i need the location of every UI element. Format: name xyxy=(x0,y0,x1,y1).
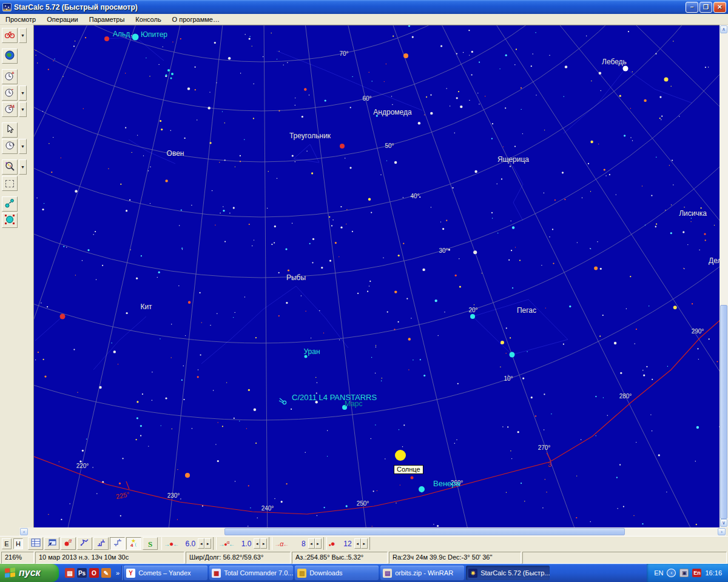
time-24h-dropdown[interactable]: ▼ xyxy=(19,102,27,117)
close-button[interactable]: ✕ xyxy=(713,2,726,13)
clock-plus-icon: + xyxy=(4,70,15,84)
magnitude-limit-decrement-button[interactable]: ◄ xyxy=(354,538,361,549)
sky-label: 250° xyxy=(357,500,369,507)
mail-icon[interactable]: ▤ xyxy=(65,568,75,578)
star-colors-button[interactable]: ★4 xyxy=(126,537,141,550)
label-scale-increment-button[interactable]: ► xyxy=(260,538,267,549)
menu-item-3[interactable]: Консоль xyxy=(130,15,166,24)
minimize-button[interactable]: – xyxy=(686,2,698,13)
pleiades xyxy=(167,69,170,72)
observer-location-button[interactable] xyxy=(2,28,18,43)
sky-label: 225° xyxy=(115,490,130,500)
star-map[interactable]: АльдЮпитерЛебедь70°60°АндромедаТреугольн… xyxy=(33,25,720,527)
star-labels-button[interactable]: α xyxy=(61,537,76,550)
photoshop-icon[interactable]: Ps xyxy=(77,568,87,578)
star-size-decrement-button[interactable]: ◄ xyxy=(198,538,204,549)
pencil-icon[interactable]: ✎ xyxy=(101,568,111,578)
punto-lang-icon[interactable]: En xyxy=(692,569,701,577)
ecliptic-toggle-button[interactable]: S xyxy=(143,537,158,550)
menu-bar: ПросмотрОперацииПараметрыКонсольО програ… xyxy=(0,14,728,25)
sky-label: 280° xyxy=(619,393,632,400)
hide-icons-chevron-icon[interactable]: ‹ xyxy=(667,569,676,577)
cursor-icon xyxy=(4,124,15,137)
clock[interactable]: 16:16 xyxy=(705,569,722,577)
pleiades xyxy=(170,78,172,79)
language-indicator[interactable]: EN xyxy=(654,569,663,577)
time-24h-button[interactable]: 24 xyxy=(2,102,18,117)
display-icon[interactable]: ▣ xyxy=(679,569,689,577)
vertical-scroll-thumb[interactable] xyxy=(720,305,727,519)
mode-horizontal-button[interactable]: H xyxy=(13,538,23,549)
fit-window-button[interactable] xyxy=(44,537,59,550)
task-label: Downloads xyxy=(309,569,342,577)
windows-logo-icon xyxy=(5,567,16,578)
time-animate-button[interactable] xyxy=(2,139,18,154)
scroll-right-icon[interactable]: › xyxy=(718,528,726,535)
sky-label: 40° xyxy=(410,193,419,199)
label-font-icon: →α← xyxy=(274,540,288,547)
sky-label: 230° xyxy=(167,492,180,499)
status-empty xyxy=(522,552,727,564)
sky-label: Овен xyxy=(167,149,184,158)
time-subtract-button[interactable]: - xyxy=(2,85,18,101)
star4-icon: ★4 xyxy=(129,537,140,550)
label-font-increment-button[interactable]: ► xyxy=(315,538,322,549)
object-info-button[interactable] xyxy=(2,213,18,228)
starfield xyxy=(35,25,720,527)
time-subtract-dropdown[interactable]: ▼ xyxy=(19,85,27,101)
constellation-boundaries-button[interactable] xyxy=(93,537,109,550)
horizontal-scroll-thumb[interactable] xyxy=(224,528,625,535)
observer-location-dropdown[interactable]: ▼ xyxy=(19,28,27,43)
select-area-button[interactable] xyxy=(2,176,18,191)
menu-item-4[interactable]: О программе… xyxy=(167,15,225,24)
menu-item-2[interactable]: Параметры xyxy=(84,15,130,24)
zoom-tool-dropdown[interactable]: ▼ xyxy=(19,159,27,175)
task-button[interactable]: ▨Downloads xyxy=(295,566,379,580)
status-zoom: 216% xyxy=(1,552,34,564)
start-button[interactable]: пуск xyxy=(0,564,59,582)
scroll-down-icon[interactable]: ∨ xyxy=(720,519,727,527)
sky-label: 30° xyxy=(439,247,448,254)
mode-equatorial-button[interactable]: E xyxy=(2,538,12,549)
data-table-button[interactable] xyxy=(28,537,43,550)
star-size-value: 6.0 xyxy=(182,540,195,548)
time-add-button[interactable]: + xyxy=(2,69,18,84)
label-scale-decrement-button[interactable]: ◄ xyxy=(254,538,260,549)
sky-label: 290° xyxy=(692,328,704,335)
comet-icon xyxy=(279,398,286,404)
star-size-increment-button[interactable]: ► xyxy=(204,538,211,549)
scrollbar-gap xyxy=(0,527,19,536)
menu-item-0[interactable]: Просмотр xyxy=(0,15,41,24)
sky-label: 3 xyxy=(548,461,551,468)
menu-item-1[interactable]: Операции xyxy=(41,15,83,24)
task-button[interactable]: ✷StarCalc 5.72 (Быстр... xyxy=(466,566,550,580)
ecliptic-line xyxy=(34,320,720,514)
horizontal-scrollbar[interactable]: ‹ › xyxy=(19,527,726,536)
desktop: StarCalc 5.72 (Быстрый просмотр) – ❐ ✕ П… xyxy=(0,0,728,582)
star xyxy=(403,53,408,58)
link-dots-icon xyxy=(4,198,15,211)
constellation-boundaries-alt-button[interactable] xyxy=(110,537,125,550)
earth-view-button[interactable] xyxy=(2,48,18,64)
constellation-figures-button[interactable] xyxy=(77,537,92,550)
label-font-decrement-button[interactable]: ◄ xyxy=(308,538,315,549)
overflow-chevron-icon[interactable]: » xyxy=(116,569,120,577)
task-button[interactable]: YComets – Yandex xyxy=(124,566,207,580)
zoom-tool-button[interactable]: ✦ xyxy=(2,159,18,175)
star xyxy=(340,144,345,149)
vertical-scrollbar[interactable]: ∧ ∨ xyxy=(720,25,728,527)
measure-objects-button[interactable] xyxy=(2,196,18,212)
bottom-toolbar: E H α★4S →●←6.0◄►→●α←1.0◄►→α←8◄►●●12◄► xyxy=(0,536,728,550)
restore-button[interactable]: ❐ xyxy=(699,2,712,13)
time-animate-dropdown[interactable]: ▼ xyxy=(19,139,27,154)
magnitude-limit-increment-button[interactable]: ► xyxy=(361,538,368,549)
pointer-mode-button[interactable] xyxy=(2,122,18,138)
sky-label: 270° xyxy=(538,444,551,451)
opera-icon[interactable]: O xyxy=(89,568,99,578)
scroll-left-icon[interactable]: ‹ xyxy=(20,528,28,535)
scroll-up-icon[interactable]: ∧ xyxy=(720,25,727,33)
status-radec: Ra:23ч 24м 39.9с Dec:-3° 50' 36" xyxy=(389,552,521,564)
task-button[interactable]: ▤orbits.zip - WinRAR xyxy=(380,566,464,580)
status-azalt: Аз.:254.85° Выс.:5.32° xyxy=(292,552,388,564)
task-button[interactable]: ▦Total Commander 7.0... xyxy=(209,566,293,580)
